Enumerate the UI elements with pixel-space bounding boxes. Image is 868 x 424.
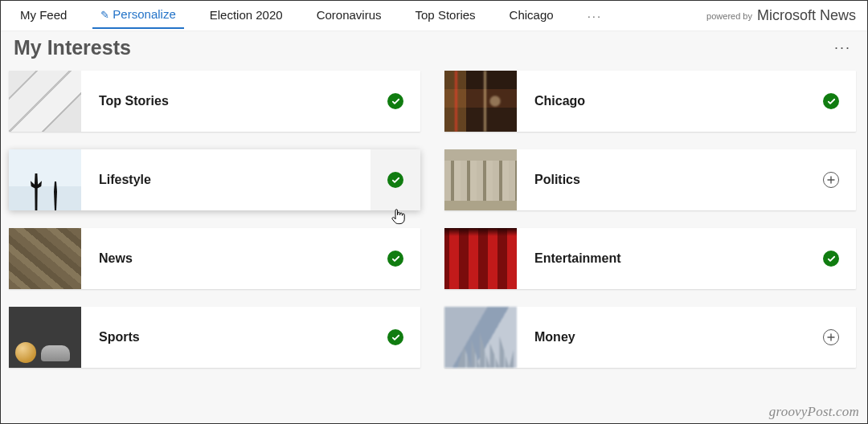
check-circle-icon [387, 172, 403, 188]
heading-more-button[interactable]: ··· [831, 36, 854, 59]
tab-election-2020[interactable]: Election 2020 [202, 3, 291, 28]
interest-card[interactable]: Top Stories [9, 71, 420, 132]
page-title: My Interests [14, 36, 831, 59]
interest-add-toggle[interactable] [806, 149, 856, 210]
interest-card[interactable]: Entertainment [444, 228, 856, 289]
interest-thumbnail [444, 149, 517, 210]
pencil-icon: ✎ [100, 9, 109, 21]
interest-title: Sports [81, 330, 371, 344]
interests-grid: Top StoriesChicagoLifestylePoliticsNewsE… [1, 61, 867, 368]
interest-selected-toggle[interactable] [371, 228, 420, 289]
interest-thumbnail [444, 307, 517, 368]
interest-selected-toggle[interactable] [806, 71, 856, 132]
interest-selected-toggle[interactable] [371, 307, 420, 368]
interest-card[interactable]: Money [444, 307, 856, 368]
interest-add-toggle[interactable] [806, 307, 856, 368]
interest-selected-toggle[interactable] [806, 228, 856, 289]
interest-title: Chicago [517, 94, 806, 108]
plus-circle-icon [823, 329, 839, 345]
tab-personalize-label: Personalize [113, 7, 175, 21]
interest-card[interactable]: Politics [444, 149, 856, 210]
interest-thumbnail [9, 307, 81, 368]
interest-title: Top Stories [81, 94, 371, 108]
interest-thumbnail [444, 228, 517, 289]
heading-row: My Interests ··· [1, 31, 867, 61]
watermark: groovyPost.com [769, 404, 859, 420]
interest-card[interactable]: Sports [9, 307, 420, 368]
tab-personalize[interactable]: ✎Personalize [92, 2, 183, 29]
interest-card[interactable]: Lifestyle [9, 149, 420, 210]
top-nav: My Feed ✎Personalize Election 2020 Coron… [1, 1, 867, 31]
plus-circle-icon [823, 172, 839, 188]
check-circle-icon [387, 93, 403, 109]
tab-chicago[interactable]: Chicago [502, 3, 562, 28]
interest-title: Entertainment [517, 251, 806, 266]
interest-thumbnail [444, 71, 517, 132]
interest-thumbnail [9, 149, 81, 210]
check-circle-icon [823, 93, 839, 109]
interest-selected-toggle[interactable] [371, 149, 420, 210]
interest-title: Politics [517, 173, 806, 187]
interest-selected-toggle[interactable] [371, 71, 420, 132]
brand-label: Microsoft News [757, 7, 856, 24]
interest-card[interactable]: News [9, 228, 420, 289]
check-circle-icon [823, 251, 839, 267]
interest-title: News [81, 251, 371, 266]
interest-thumbnail [9, 71, 81, 132]
check-circle-icon [387, 329, 403, 345]
interest-title: Money [517, 330, 806, 344]
interest-thumbnail [9, 228, 81, 289]
tab-coronavirus[interactable]: Coronavirus [309, 3, 390, 28]
interest-card[interactable]: Chicago [444, 71, 856, 132]
tab-top-stories[interactable]: Top Stories [407, 3, 484, 28]
tab-my-feed[interactable]: My Feed [12, 3, 75, 28]
nav-more-button[interactable]: ··· [584, 6, 606, 26]
check-circle-icon [387, 251, 403, 267]
powered-by-label: powered by [706, 11, 752, 21]
interest-title: Lifestyle [81, 173, 371, 187]
